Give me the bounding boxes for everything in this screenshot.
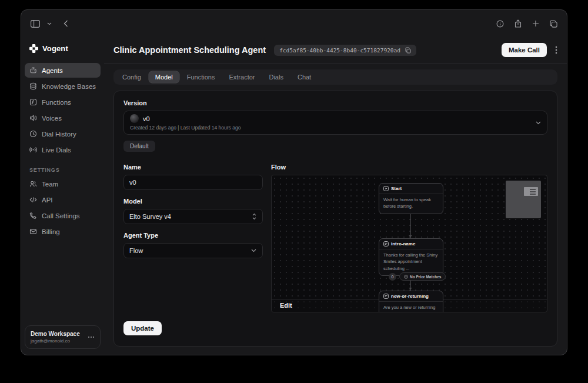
billing-icon [29,228,37,235]
version-row: v0 [130,114,529,123]
no-prior-matches-pill[interactable]: No Prior Matches [399,272,446,281]
settings-section-header: SETTINGS [29,167,96,173]
back-icon[interactable] [64,20,68,27]
version-select[interactable]: v0 Created 12 days ago | Last Updated 14… [123,111,547,135]
flow-node-title: new-or-returning [391,294,429,299]
sidebar-item-agents[interactable]: Agents [25,63,101,78]
agent-id-value: fcd5af85-40bb-4425-8b40-c571827920ad [279,47,400,54]
version-name: v0 [143,115,150,122]
name-label: Name [123,164,263,171]
sidebar-item-label: Knowledge Bases [42,83,96,90]
version-avatar [130,114,139,123]
flow-minimap[interactable] [506,181,541,218]
code-icon [29,196,37,204]
flow-node-body: Thanks for calling the Shiny Smiles appo… [379,249,443,275]
copy-icon[interactable] [405,47,411,54]
chevron-updown-icon [252,214,256,220]
version-meta: Created 12 days ago | Last Updated 14 ho… [130,125,529,131]
edge-count-badge[interactable]: 0 [389,273,396,281]
logo: Vogent [25,38,101,62]
tab-config[interactable]: Config [116,71,148,83]
sidebar-item-voices[interactable]: Voices [25,111,101,125]
workspace-info: Demo Workspace jagath@monoid.co [31,331,80,344]
sidebar-item-label: Voices [42,115,62,122]
flow-node-start[interactable]: Start Wait for human to speak before sta… [379,183,443,214]
sidebar-item-team[interactable]: Team [25,176,101,191]
flow-node-title: Start [391,186,402,191]
form-left-column: Name Model Elto Survey v4 [123,164,263,338]
tab-overview-icon[interactable] [550,20,557,28]
version-label: Version [123,99,547,106]
sidebar-item-label: Billing [42,228,60,235]
sidebar-item-label: Agents [42,67,63,74]
tab-dials[interactable]: Dials [262,71,289,83]
agent-tabs: Config Model Functions Extractor Dials C… [113,69,557,85]
sidebar-item-live-dials[interactable]: Live Dials [25,142,101,157]
flow-edit-button[interactable]: Edit [280,302,292,309]
agent-type-select[interactable]: Flow [123,243,263,258]
team-icon [29,180,37,188]
flow-node-header: intro-name [379,239,443,249]
window-chrome [21,10,567,37]
workspace-menu-icon[interactable] [88,336,95,338]
header-kebab-menu-icon[interactable] [555,46,557,54]
sidebar-item-call-settings[interactable]: Call Settings [25,208,101,223]
page-header: Clinic Appointment Scheduling Agent fcd5… [104,37,567,64]
model-field-group: Model Elto Survey v4 [123,198,263,224]
prompt-icon [383,294,389,299]
share-icon[interactable] [514,19,522,28]
flow-node-new-or-returning[interactable]: new-or-returning Are you a new or return… [379,291,443,312]
make-call-button[interactable]: Make Call [502,43,547,57]
sidebar: Vogent Agents Knowledge Bases Functions [21,37,104,355]
default-version-chip[interactable]: Default [123,141,155,152]
tab-model[interactable]: Model [149,71,179,83]
functions-icon [29,98,37,106]
sidebar-toggle-icon[interactable] [31,20,40,28]
clock-icon [29,130,37,138]
flow-edge-badges: 0 No Prior Matches [389,272,446,281]
agent-type-field-group: Agent Type Flow [123,232,263,258]
workspace-name: Demo Workspace [31,331,80,337]
form-columns: Name Model Elto Survey v4 [123,164,547,338]
prompt-icon [383,241,389,247]
flow-label: Flow [271,164,547,171]
chevron-down-icon[interactable] [47,22,52,25]
sidebar-item-billing[interactable]: Billing [25,224,101,239]
knowledge-bases-icon [29,82,37,90]
sidebar-item-label: Team [42,181,58,188]
agent-id-badge[interactable]: fcd5af85-40bb-4425-8b40-c571827920ad [274,45,416,56]
no-prior-matches-label: No Prior Matches [410,275,441,279]
agent-type-label: Agent Type [123,232,263,239]
sidebar-item-label: Call Settings [42,212,80,219]
play-icon [383,186,389,191]
new-tab-icon[interactable] [532,20,539,27]
name-input[interactable] [123,175,263,190]
phone-icon [29,212,37,219]
chrome-left-controls [31,20,68,28]
sidebar-item-dial-history[interactable]: Dial History [25,126,101,141]
tab-extractor[interactable]: Extractor [222,71,261,83]
agent-type-select-value: Flow [129,247,143,254]
flow-node-title: intro-name [391,241,415,247]
workspace-card[interactable]: Demo Workspace jagath@monoid.co [25,325,101,349]
model-panel: Version v0 Created 12 days ago | Last Up… [113,91,557,347]
tab-functions[interactable]: Functions [181,71,222,83]
main-area: Clinic Appointment Scheduling Agent fcd5… [104,37,567,355]
flow-node-intro-name[interactable]: intro-name Thanks for calling the Shiny … [379,238,443,276]
model-select[interactable]: Elto Survey v4 [123,209,263,224]
sidebar-item-label: Live Dials [42,146,71,154]
sidebar-item-functions[interactable]: Functions [25,95,101,109]
flow-canvas[interactable]: Start Wait for human to speak before sta… [271,175,547,312]
page-title: Clinic Appointment Scheduling Agent [113,45,266,55]
model-select-value: Elto Survey v4 [129,213,171,220]
sidebar-item-label: Functions [42,99,71,106]
sidebar-item-knowledge-bases[interactable]: Knowledge Bases [25,79,101,94]
tab-chat[interactable]: Chat [291,71,318,83]
flow-node-header: new-or-returning [379,291,443,302]
info-icon[interactable] [496,20,504,28]
app-window: Vogent Agents Knowledge Bases Functions [21,9,567,355]
flow-column: Flow Start W [271,164,547,338]
agents-icon [29,66,37,74]
update-button[interactable]: Update [123,321,162,335]
sidebar-item-api[interactable]: API [25,192,101,207]
